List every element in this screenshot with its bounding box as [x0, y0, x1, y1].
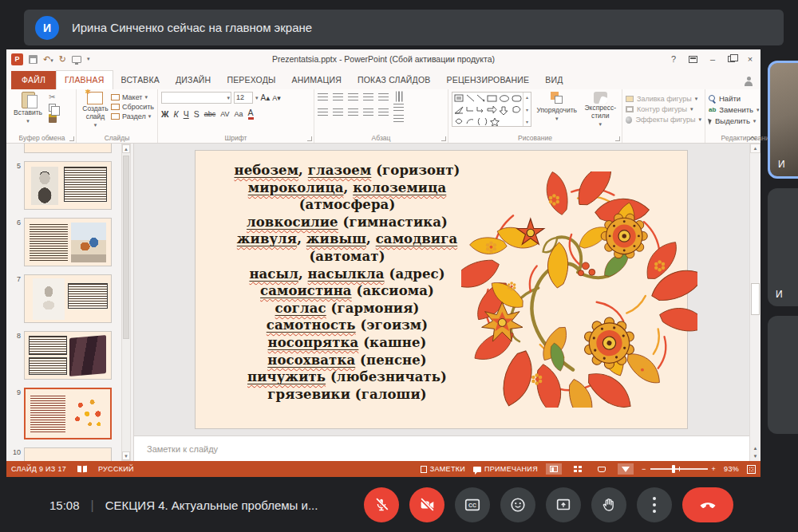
- line-spacing-button[interactable]: [378, 93, 389, 101]
- drawing-dialog-launcher[interactable]: [615, 136, 620, 141]
- more-options-button[interactable]: [637, 487, 672, 522]
- section-button[interactable]: Раздел▾: [111, 112, 154, 120]
- text-shadow-button[interactable]: S: [194, 109, 200, 119]
- slide-sorter-view-button[interactable]: [570, 463, 586, 475]
- shape-outline-button[interactable]: Контур фигуры▾: [626, 105, 701, 113]
- justify-button[interactable]: [363, 108, 373, 116]
- character-spacing-button[interactable]: AV: [220, 110, 229, 118]
- thumbnail-scroll-down-icon[interactable]: ▼: [122, 451, 130, 460]
- shape-fill-button[interactable]: Заливка фигуры▾: [626, 95, 701, 103]
- comments-toggle[interactable]: ПРИМЕЧАНИЯ: [473, 465, 538, 473]
- raise-hand-button[interactable]: [591, 487, 626, 522]
- slide-scrollbar[interactable]: ▲ ▲ ▼: [749, 144, 760, 461]
- reading-view-button[interactable]: [594, 463, 610, 475]
- end-call-button[interactable]: [682, 487, 733, 522]
- thumbnail-scrollbar[interactable]: ▲ ▼: [121, 144, 131, 461]
- ribbon-tab-дизайн[interactable]: ДИЗАЙН: [168, 71, 219, 89]
- thumbnail-scroll-up-icon[interactable]: ▲: [122, 144, 130, 153]
- thumbnail-scroll-thumb[interactable]: [123, 156, 129, 339]
- grow-font-button[interactable]: A▴: [261, 93, 271, 102]
- ribbon-tab-вставка[interactable]: ВСТАВКА: [113, 71, 168, 89]
- bold-button[interactable]: Ж: [161, 109, 169, 119]
- font-color-button[interactable]: A: [248, 108, 254, 120]
- columns-button[interactable]: [378, 108, 389, 116]
- shrink-font-button[interactable]: A▾: [272, 94, 281, 102]
- new-slide-button[interactable]: Создать слайд▾: [80, 92, 111, 128]
- align-left-button[interactable]: [318, 108, 328, 116]
- thumbnail-slide-9-selected[interactable]: [24, 388, 112, 439]
- sign-in-avatar-icon[interactable]: [743, 76, 754, 87]
- ribbon-tab-показ-слайдов[interactable]: ПОКАЗ СЛАЙДОВ: [350, 71, 439, 89]
- thumbnail-slide-6[interactable]: [24, 218, 112, 266]
- cut-icon[interactable]: ✂: [49, 93, 57, 101]
- ribbon-display-options-icon[interactable]: [689, 56, 697, 63]
- italic-button[interactable]: К: [174, 109, 179, 119]
- next-slide-icon[interactable]: ▼: [753, 454, 758, 459]
- numbering-button[interactable]: [333, 93, 343, 101]
- shapes-gallery[interactable]: ▴▾▾: [452, 92, 531, 127]
- scroll-thumb[interactable]: [751, 283, 760, 315]
- zoom-level[interactable]: 93%: [724, 465, 739, 473]
- previous-slide-icon[interactable]: ▲: [753, 446, 758, 451]
- save-icon[interactable]: [29, 55, 38, 64]
- increase-indent-button[interactable]: [363, 93, 373, 101]
- fit-slide-to-window-icon[interactable]: [747, 465, 756, 474]
- align-center-button[interactable]: [333, 108, 343, 116]
- microphone-off-button[interactable]: [364, 487, 399, 522]
- decrease-indent-button[interactable]: [348, 93, 358, 101]
- arrange-button[interactable]: Упорядочить▾: [536, 92, 577, 128]
- participant-tile[interactable]: [768, 316, 798, 434]
- language-indicator[interactable]: РУССКИЙ: [98, 465, 134, 473]
- reset-button[interactable]: Сбросить: [111, 103, 154, 111]
- ribbon-tab-переходы[interactable]: ПЕРЕХОДЫ: [219, 71, 283, 89]
- ribbon-tab-рецензирование[interactable]: РЕЦЕНЗИРОВАНИЕ: [439, 71, 538, 89]
- ribbon-tab-главная[interactable]: ГЛАВНАЯ: [56, 70, 113, 89]
- ribbon-tab-анимация[interactable]: АНИМАЦИЯ: [284, 71, 350, 89]
- zoom-slider-thumb[interactable]: [672, 465, 675, 473]
- shapes-gallery-scroll[interactable]: ▴▾▾: [523, 93, 531, 126]
- thumbnail-slide-10-partial[interactable]: [24, 447, 112, 461]
- text-direction-button[interactable]: [395, 92, 403, 102]
- thumbnail-slide-8[interactable]: [24, 331, 112, 380]
- zoom-slider[interactable]: [650, 468, 708, 470]
- font-name-combobox[interactable]: ▾: [161, 92, 231, 104]
- quick-styles-button[interactable]: Экспресс-стили▾: [582, 92, 618, 128]
- bullets-button[interactable]: [318, 93, 328, 101]
- paste-button[interactable]: Вставить▾: [11, 92, 45, 124]
- captions-button[interactable]: CC: [455, 487, 490, 522]
- scroll-up-icon[interactable]: ▲: [750, 144, 760, 153]
- collapse-ribbon-icon[interactable]: [749, 136, 756, 140]
- thumbnail-slide-5[interactable]: [24, 161, 112, 210]
- minimize-icon[interactable]: –: [707, 54, 718, 64]
- underline-button[interactable]: Ч: [184, 109, 189, 119]
- redo-icon[interactable]: ↻: [59, 55, 66, 64]
- notes-pane[interactable]: Заметки к слайду: [134, 435, 749, 461]
- slideshow-view-button[interactable]: [618, 463, 634, 475]
- align-text-button[interactable]: [393, 104, 404, 112]
- align-right-button[interactable]: [348, 108, 358, 116]
- copy-icon[interactable]: [49, 104, 56, 112]
- notes-toggle[interactable]: ЗАМЕТКИ: [421, 465, 465, 473]
- paragraph-dialog-launcher[interactable]: [441, 136, 446, 141]
- layout-button[interactable]: Макет▾: [111, 93, 154, 101]
- camera-off-button[interactable]: [409, 487, 444, 522]
- reactions-button[interactable]: [500, 487, 535, 522]
- thumbnail-slide-4-partial[interactable]: [24, 144, 112, 153]
- undo-icon[interactable]: ↶▾: [43, 55, 53, 64]
- restore-icon[interactable]: [728, 56, 735, 62]
- normal-view-button[interactable]: [546, 463, 562, 475]
- start-slideshow-icon[interactable]: [72, 56, 81, 63]
- clipboard-dialog-launcher[interactable]: [69, 136, 74, 141]
- strikethrough-button[interactable]: abc: [204, 110, 216, 118]
- thumbnail-slide-7[interactable]: [24, 274, 112, 323]
- font-dialog-launcher[interactable]: [307, 136, 312, 141]
- zoom-in-icon[interactable]: +: [712, 465, 717, 473]
- ribbon-tab-вид[interactable]: ВИД: [537, 71, 571, 89]
- help-icon[interactable]: ?: [668, 54, 679, 64]
- shape-effects-button[interactable]: Эффекты фигуры▾: [626, 116, 701, 124]
- change-case-button[interactable]: Aa: [235, 110, 243, 118]
- participant-tile[interactable]: И: [768, 188, 798, 306]
- zoom-out-icon[interactable]: −: [642, 465, 646, 473]
- slide-canvas[interactable]: небозем, глазоем (горизонт)мироколица, к…: [196, 151, 687, 428]
- spellcheck-book-icon[interactable]: [77, 466, 87, 472]
